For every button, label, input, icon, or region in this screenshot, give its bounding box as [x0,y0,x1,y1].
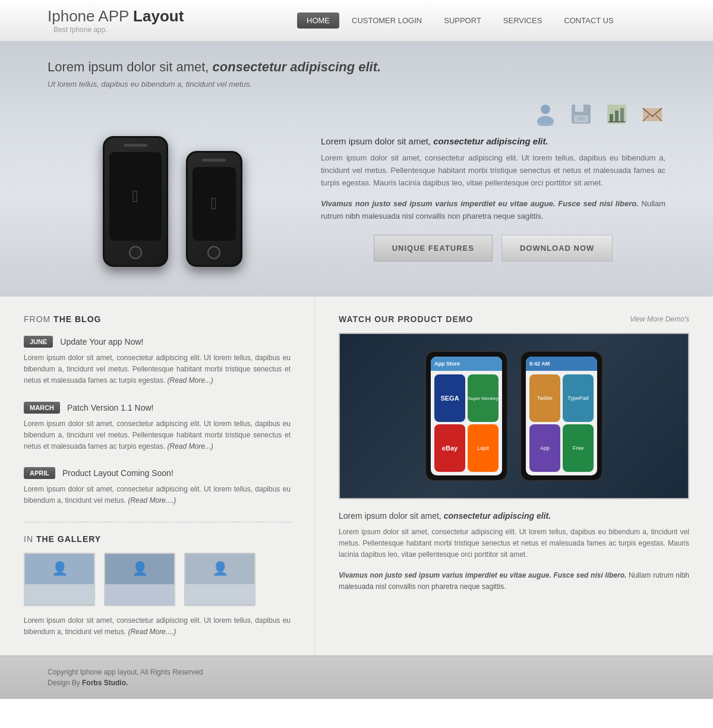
phone-group:   [103,136,242,267]
email-icon [639,100,665,127]
read-more-2[interactable]: (Read More...) [167,442,213,450]
demo-quote-italic: Vivamus non justo sed ipsum varius imper… [339,571,626,579]
demo-quote: Vivamus non justo sed ipsum varius imper… [339,570,689,593]
svg-rect-2 [537,124,554,126]
hero-section: Lorem ipsum dolor sit amet, consectetur … [0,42,713,297]
gallery-thumb-1[interactable]: 👤 [24,553,95,606]
hero-title: Lorem ipsum dolor sit amet, consectetur … [48,59,665,75]
read-more-3[interactable]: (Read More....) [128,496,176,505]
blog-entry-2: MARCH Patch Version 1.1 Now! Lorem ipsum… [24,402,291,453]
hero-subtitle: Ut lorem tellus, dapibus eu bibendum a, … [48,80,665,89]
hero-icons [321,100,665,127]
phone-screen-medium:  [193,167,236,241]
gallery-caption: Lorem ipsum dolor sit amet, consectetur … [24,615,291,638]
demo-title-normal: Lorem ipsum dolor sit amet, [339,511,444,521]
blog-from-label: FROM [24,314,53,324]
phone-speaker-2 [202,159,226,162]
gallery-thumb-3[interactable]: 👤 [184,553,255,606]
gallery-read-more[interactable]: (Read More....) [128,628,176,636]
blog-month-march: MARCH [24,402,60,414]
blog-bold-label: THE BLOG [53,314,101,324]
gallery-in-label: IN [24,534,36,544]
blog-month-row-2: MARCH Patch Version 1.1 Now! [24,402,291,414]
hero-feature-title: Lorem ipsum dolor sit amet, consectetur … [321,136,665,146]
chart-icon [603,100,630,127]
blog-entry-3: APRIL Product Layout Coming Soon! Lorem … [24,467,291,506]
blog-month-row-3: APRIL Product Layout Coming Soon! [24,467,291,479]
blog-month-april: APRIL [24,467,55,479]
svg-rect-10 [620,108,624,121]
user-icon [532,100,559,127]
svg-rect-4 [575,105,583,112]
gallery-thumb-2[interactable]: 👤 [104,553,175,606]
demo-title-bold: consectetur adipiscing elit. [444,511,551,521]
footer-design-prefix: Design By [48,679,82,687]
hero-title-italic: consectetur adipiscing elit. [213,59,381,74]
footer-design: Design By Forbs Studio. [48,679,665,687]
unique-features-button[interactable]: UNIQUE FEATURES [374,235,493,261]
blog-month-row-1: JUNE Update Your app Now! [24,336,291,348]
read-more-1[interactable]: (Read More...) [167,376,213,385]
svg-rect-8 [610,114,613,121]
demo-section-title: WATCH OUR PRODUCT DEMO [339,314,473,324]
gallery-section-title: IN THE GALLERY [24,534,291,544]
nav-item-services[interactable]: SERVICES [494,12,552,29]
gallery-thumb-inner-2: 👤 [105,554,174,605]
blog-entry-1: JUNE Update Your app Now! Lorem ipsum do… [24,336,291,387]
phone-home-button-2 [207,246,220,259]
logo-subtitle: Best Iphone app. [48,26,273,34]
svg-rect-9 [615,111,619,121]
gallery-bold-label: THE GALLERY [36,534,101,544]
phone-screen-large:  [109,152,162,241]
demo-column: WATCH OUR PRODUCT DEMO View More Demo's … [315,297,713,655]
logo-area: Iphone APP Layout Best Iphone app. [0,7,273,34]
phone-large:  [103,136,168,267]
demo-phone-left: App Store SEGA Super Monkey eBay Lapit [425,351,508,481]
hero-description: Lorem ipsum dolor sit amet, consectetur … [321,152,665,189]
footer-copyright: Copyright Iphone app layout, All Rights … [48,668,665,676]
svg-rect-6 [577,117,585,121]
svg-point-0 [541,105,550,114]
blog-title-2: Patch Version 1.1 Now! [67,403,154,412]
blog-month-june: JUNE [24,336,53,348]
blog-text-2: Lorem ipsum dolor sit amet, consectetur … [24,418,291,453]
logo-text-bold: Layout [133,7,184,25]
apple-logo-icon:  [132,187,138,206]
footer: Copyright Iphone app layout, All Rights … [0,655,713,699]
demo-phone-right: 9:42 AM Twitter TypePad App Free [520,351,603,481]
nav-item-contact-us[interactable]: CONTACT US [554,12,623,29]
hero-feature-title-bold: consectetur adipiscing elit. [433,136,548,146]
main-content: FROM THE BLOG JUNE Update Your app Now! … [0,297,713,655]
blog-text-3: Lorem ipsum dolor sit amet, consectetur … [24,484,291,506]
logo-text-normal: Iphone APP [48,7,133,25]
hero-title-normal: Lorem ipsum dolor sit amet, [48,59,213,74]
phones-area:   [48,100,297,267]
blog-section-title: FROM THE BLOG [24,314,291,324]
phone-speaker [124,144,147,147]
demo-phones: App Store SEGA Super Monkey eBay Lapit [425,351,603,481]
section-divider [24,522,291,522]
save-icon [567,100,594,127]
demo-text-title: Lorem ipsum dolor sit amet, consectetur … [339,511,689,521]
hero-buttons: UNIQUE FEATURES DOWNLOAD NOW [321,235,665,261]
gallery-thumb-inner-1: 👤 [25,554,94,605]
nav-item-support[interactable]: SUPPORT [434,12,491,29]
demo-image: App Store SEGA Super Monkey eBay Lapit [339,333,689,499]
logo-title: Iphone APP Layout [48,7,273,26]
apple-logo-icon-2:  [211,194,217,213]
hero-feature-title-normal: Lorem ipsum dolor sit amet, [321,136,433,146]
demo-header: WATCH OUR PRODUCT DEMO View More Demo's [339,314,689,324]
demo-description: Lorem ipsum dolor sit amet, consectetur … [339,527,689,561]
download-now-button[interactable]: DOWNLOAD NOW [501,235,613,261]
hero-right: Lorem ipsum dolor sit amet, consectetur … [321,100,665,267]
nav-item-home[interactable]: HOME [297,12,339,29]
gallery-thumb-inner-3: 👤 [185,554,254,605]
blog-title-3: Product Layout Coming Soon! [62,468,173,478]
hero-quote: Vivamus non justo sed ipsum varius imper… [321,198,665,223]
hero-quote-italic: Vivamus non justo sed ipsum varius imper… [321,199,639,208]
view-more-link[interactable]: View More Demo's [630,315,689,323]
blog-text-1: Lorem ipsum dolor sit amet, consectetur … [24,352,291,387]
blog-title-1: Update Your app Now! [60,337,143,346]
hero-content:   [48,100,665,267]
nav-item-customer-login[interactable]: CUSTOMER LOGIN [342,12,431,29]
